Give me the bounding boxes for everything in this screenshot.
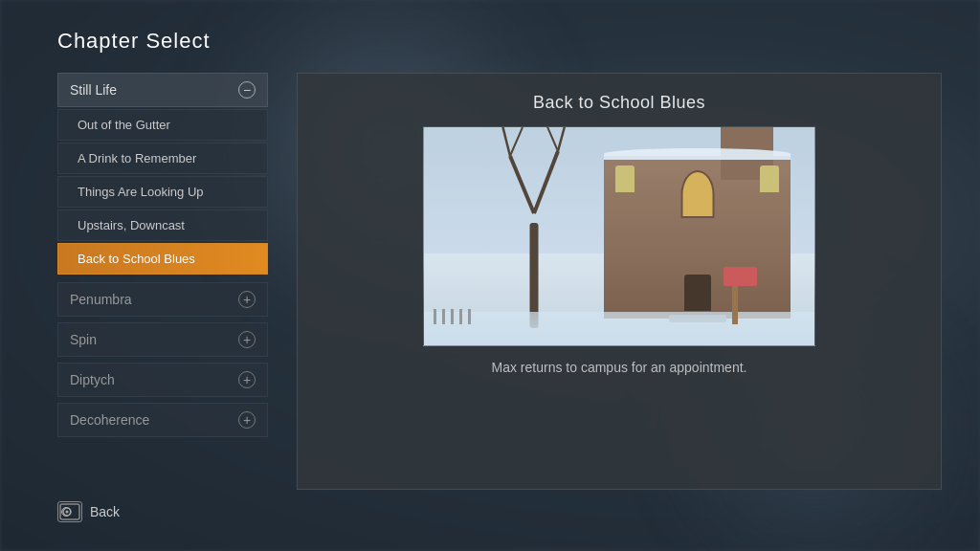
section-decoherence[interactable]: Decoherence +	[57, 403, 268, 437]
chapter-detail: Back to School Blues	[297, 73, 942, 490]
main-area: Still Life − Out of the Gutter A Drink t…	[57, 73, 942, 490]
chapter-back-to-school[interactable]: Back to School Blues	[57, 243, 268, 275]
chapter-things-looking-up[interactable]: Things Are Looking Up	[57, 176, 268, 208]
bottom-bar: Back	[57, 501, 942, 522]
chapter-image	[423, 126, 815, 346]
section-still-life[interactable]: Still Life −	[57, 73, 268, 107]
chapter-label: Back to School Blues	[78, 252, 195, 266]
section-decoherence-label: Decoherence	[70, 412, 149, 428]
section-diptych[interactable]: Diptych +	[57, 363, 268, 397]
page-title: Chapter Select	[57, 29, 942, 54]
back-button[interactable]: Back	[90, 504, 120, 519]
svg-point-12	[63, 508, 71, 516]
chapter-list: Still Life − Out of the Gutter A Drink t…	[57, 73, 268, 490]
chapter-label: Things Are Looking Up	[78, 185, 204, 199]
chapter-out-of-gutter[interactable]: Out of the Gutter	[57, 109, 268, 141]
section-penumbra[interactable]: Penumbra +	[57, 282, 268, 317]
section-penumbra-label: Penumbra	[70, 292, 132, 307]
collapse-icon: −	[238, 81, 256, 99]
section-still-life-label: Still Life	[70, 82, 117, 98]
expand-icon: +	[238, 411, 256, 429]
back-icon	[57, 501, 82, 522]
svg-rect-11	[60, 504, 79, 519]
chapter-upstairs-downcast[interactable]: Upstairs, Downcast	[57, 209, 268, 241]
expand-icon: +	[238, 291, 256, 308]
svg-point-13	[66, 511, 69, 514]
section-diptych-label: Diptych	[70, 372, 115, 387]
section-spin[interactable]: Spin +	[57, 322, 268, 357]
chapter-label: Upstairs, Downcast	[78, 218, 185, 232]
chapter-label: A Drink to Remember	[78, 151, 196, 165]
chapter-drink-to-remember[interactable]: A Drink to Remember	[57, 143, 268, 174]
chapter-detail-title: Back to School Blues	[533, 93, 705, 113]
chapter-label: Out of the Gutter	[78, 118, 170, 132]
section-spin-label: Spin	[70, 332, 97, 347]
expand-icon: +	[238, 331, 256, 348]
expand-icon: +	[238, 371, 256, 388]
chapter-description: Max returns to campus for an appointment…	[492, 360, 747, 375]
